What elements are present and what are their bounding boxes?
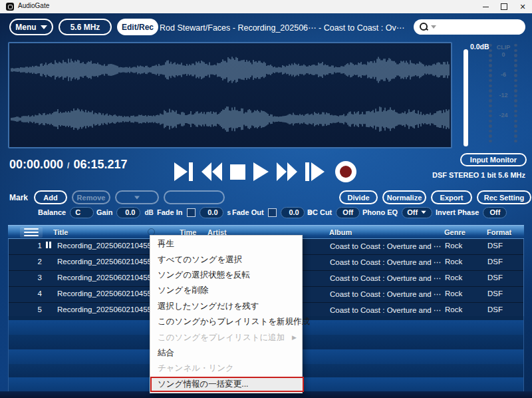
header-format[interactable]: Format bbox=[487, 228, 511, 236]
header-album[interactable]: Album bbox=[329, 228, 352, 236]
context-menu-item[interactable]: 再生 ▶ bbox=[150, 236, 302, 252]
transport-controls bbox=[174, 161, 356, 182]
row-format: DSF bbox=[487, 290, 503, 298]
submenu-arrow-icon: ▶ bbox=[292, 334, 297, 341]
dc-cut-toggle[interactable]: Off bbox=[336, 207, 360, 218]
mark-name-field[interactable] bbox=[164, 190, 225, 204]
row-title: Recording_20250602104554 bbox=[57, 242, 156, 250]
step-forward-button[interactable] bbox=[305, 162, 325, 181]
row-format: DSF bbox=[487, 242, 503, 250]
fade-in-field[interactable]: 0.0 bbox=[200, 207, 223, 218]
stop-button[interactable] bbox=[230, 164, 245, 180]
context-menu-item[interactable]: このソングからプレイリストを新規作成 ▶ bbox=[150, 314, 302, 329]
audiogate-window: AudioGate ✕ Menu 5.6 MHz Edit/Rec Rod St… bbox=[0, 0, 532, 398]
context-menu-item-label: 結合 bbox=[158, 347, 174, 359]
waveform bbox=[9, 43, 451, 147]
row-format: DSF bbox=[487, 305, 503, 313]
phono-eq-dropdown[interactable]: Off bbox=[402, 207, 432, 218]
chevron-down-icon bbox=[421, 211, 426, 214]
row-number: 3 bbox=[21, 274, 42, 282]
mark-label: Mark bbox=[9, 193, 28, 202]
record-button[interactable] bbox=[335, 161, 356, 182]
menu-button-label: Menu bbox=[15, 23, 36, 32]
row-album: Coast to Coast : Overture and ⋯ bbox=[330, 242, 441, 251]
row-genre: Rock bbox=[445, 274, 462, 282]
rewind-button[interactable] bbox=[201, 162, 222, 181]
output-level-slider[interactable] bbox=[464, 49, 468, 146]
app-icon bbox=[6, 3, 14, 11]
context-menu-item-label: チャンネル・リンク bbox=[158, 363, 234, 374]
row-album: Coast to Coast : Overture and ⋯ bbox=[330, 290, 441, 299]
main-body: Menu 5.6 MHz Edit/Rec Rod Stewart/Faces … bbox=[0, 13, 532, 398]
fade-out-checkbox[interactable] bbox=[268, 208, 277, 217]
play-button[interactable] bbox=[253, 162, 269, 181]
context-menu: 再生 ▶ すべてのソングを選択 ▶ ソングの選択状態を反転 ▶ ソングを削除 ▶ bbox=[150, 235, 303, 393]
fade-out-label: Fade Out bbox=[232, 208, 264, 216]
fade-out-field[interactable]: 0.0 bbox=[281, 207, 305, 218]
chevron-down-icon bbox=[41, 25, 47, 29]
scale-minus6: -6 bbox=[495, 71, 512, 78]
mark-add-button[interactable]: Add bbox=[34, 190, 67, 204]
sample-rate-button[interactable]: 5.6 MHz bbox=[59, 19, 112, 35]
balance-field[interactable]: C bbox=[70, 207, 94, 218]
scale-minus12: -12 bbox=[495, 92, 512, 99]
row-album: Coast to Coast : Overture and ⋯ bbox=[330, 258, 441, 267]
divide-button[interactable]: Divide bbox=[339, 190, 378, 204]
list-menu-icon[interactable] bbox=[20, 227, 43, 238]
time-display: 00:00.000 / 06:15.217 bbox=[9, 158, 128, 172]
edit-rec-button[interactable]: Edit/Rec bbox=[117, 19, 158, 35]
normalize-button[interactable]: Normalize bbox=[382, 190, 426, 204]
context-menu-item[interactable]: このソングをプレイリストに追加 ▶ bbox=[150, 329, 302, 345]
export-button[interactable]: Export bbox=[431, 190, 472, 204]
menu-button[interactable]: Menu bbox=[9, 19, 53, 35]
input-monitor-button[interactable]: Input Monitor bbox=[460, 153, 527, 166]
header-title[interactable]: Title bbox=[53, 228, 68, 236]
context-menu-item[interactable]: 選択したソングだけを残す ▶ bbox=[150, 299, 302, 314]
search-box[interactable] bbox=[414, 19, 525, 35]
mark-select-dropdown[interactable] bbox=[115, 190, 159, 204]
fade-in-unit: s bbox=[227, 209, 231, 216]
minimize-button[interactable] bbox=[476, 0, 495, 13]
context-menu-item-label: このソングからプレイリストを新規作成 bbox=[158, 316, 310, 327]
waveform-panel[interactable] bbox=[8, 42, 452, 148]
search-input[interactable] bbox=[439, 23, 525, 32]
context-menu-item-label: ソングの選択状態を反転 bbox=[158, 270, 250, 281]
phono-eq-label: Phono EQ bbox=[362, 208, 398, 216]
close-icon: ✕ bbox=[519, 3, 525, 11]
row-title: Recording_20250602104554 bbox=[57, 274, 156, 282]
rec-setting-button[interactable]: Rec Setting bbox=[477, 190, 531, 204]
context-menu-item[interactable]: 結合 ▶ bbox=[150, 345, 302, 361]
context-menu-item[interactable]: ソングの選択状態を反転 ▶ bbox=[150, 268, 302, 283]
header-genre[interactable]: Genre bbox=[444, 228, 466, 236]
maximize-icon bbox=[501, 3, 507, 10]
row-genre: Rock bbox=[445, 258, 462, 266]
close-button[interactable]: ✕ bbox=[513, 0, 532, 13]
mark-remove-button[interactable]: Remove bbox=[72, 190, 110, 204]
row-title: Recording_20250602104554 bbox=[57, 305, 156, 313]
fast-forward-button[interactable] bbox=[277, 162, 297, 181]
pause-icon bbox=[46, 242, 51, 248]
row-title: Recording_20250602104554 bbox=[57, 258, 156, 266]
edit-rec-label: Edit/Rec bbox=[122, 23, 154, 32]
chevron-down-icon bbox=[134, 196, 140, 199]
row-number: 1 bbox=[21, 242, 42, 250]
context-menu-item-label: このソングをプレイリストに追加 bbox=[158, 332, 285, 343]
title-bar: AudioGate ✕ bbox=[0, 0, 532, 13]
maximize-button[interactable] bbox=[495, 0, 513, 13]
balance-label: Balance bbox=[38, 208, 66, 216]
window-title: AudioGate bbox=[18, 2, 49, 9]
context-menu-item[interactable]: ソング情報の一括変更... ▶ bbox=[150, 377, 304, 392]
context-menu-item[interactable]: ソングを削除 ▶ bbox=[150, 283, 302, 298]
phono-eq-value: Off bbox=[407, 208, 418, 216]
context-menu-item-label: ソング情報の一括変更... bbox=[158, 379, 249, 390]
input-monitor-label: Input Monitor bbox=[470, 156, 517, 164]
search-dropdown-icon[interactable] bbox=[431, 25, 436, 29]
skip-forward-button[interactable] bbox=[174, 162, 194, 181]
context-menu-item[interactable]: すべてのソングを選択 ▶ bbox=[150, 252, 302, 267]
context-menu-item[interactable]: チャンネル・リンク ▶ bbox=[150, 361, 302, 376]
mark-row: Mark Add Remove bbox=[9, 190, 225, 204]
gain-field[interactable]: 0.0 bbox=[116, 207, 140, 218]
invert-phase-toggle[interactable]: Off bbox=[483, 207, 507, 218]
fade-in-checkbox[interactable] bbox=[187, 208, 196, 217]
fade-in-label: Fade In bbox=[157, 208, 183, 216]
